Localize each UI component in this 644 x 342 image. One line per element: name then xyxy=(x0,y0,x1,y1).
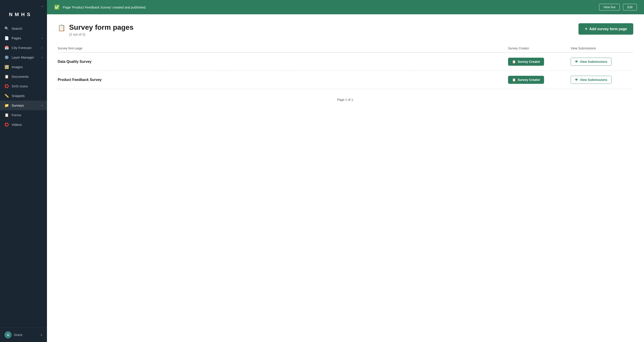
sidebar-item-surveys-label: Surveys xyxy=(12,104,24,107)
sidebar: N M H S ← 🔍 Search 📄 Pages › 📅 City Fore… xyxy=(0,0,47,342)
sidebar-item-pages[interactable]: 📄 Pages › xyxy=(0,33,47,43)
sidebar-item-svg-icons-label: SVG Icons xyxy=(12,84,28,88)
notification-message: Page 'Product Feedback Survey' created a… xyxy=(63,5,596,9)
sidebar-item-city-forecast-label: City Forecast xyxy=(12,46,31,50)
sidebar-user-name: Grace xyxy=(14,333,38,337)
table-row: Data Quality Survey 📋 Survey Creator 👁 V… xyxy=(58,53,633,71)
notification-bar: ✅ Page 'Product Feedback Survey' created… xyxy=(47,0,644,14)
survey-creator-label-2: Survey Creator xyxy=(518,78,540,82)
sidebar-item-videos[interactable]: ⭕ Videos xyxy=(0,120,47,130)
page-title-icon: 📋 xyxy=(58,24,66,32)
chevron-right-icon: › xyxy=(42,46,42,50)
pages-icon: 📄 xyxy=(4,36,9,40)
logo: N M H S xyxy=(4,5,35,22)
sidebar-item-surveys[interactable]: 📁 Surveys › xyxy=(0,100,47,110)
survey-creator-cell-2: 📋 Survey Creator xyxy=(508,76,571,84)
col-view-submissions: View Submissions xyxy=(571,46,633,50)
avatar: G xyxy=(4,331,12,338)
sidebar-item-pages-label: Pages xyxy=(12,36,21,40)
edit-button[interactable]: Edit xyxy=(623,4,637,10)
forms-icon: 📋 xyxy=(4,113,9,117)
sidebar-nav: 🔍 Search 📄 Pages › 📅 City Forecast › ⚙️ … xyxy=(0,24,47,328)
eye-icon: 👁 xyxy=(575,78,578,82)
sidebar-item-images-label: Images xyxy=(12,65,22,69)
sidebar-item-search[interactable]: 🔍 Search xyxy=(0,24,47,33)
main-area: ✅ Page 'Product Feedback Survey' created… xyxy=(47,0,644,342)
sidebar-item-search-label: Search xyxy=(12,26,22,30)
sidebar-item-forms-label: Forms xyxy=(12,113,21,117)
surveys-icon: 📁 xyxy=(4,103,9,108)
sidebar-item-documents-label: Documents xyxy=(12,75,28,78)
page-header: 📋 Survey form pages (2 out of 2) + Add s… xyxy=(58,23,633,36)
sidebar-footer[interactable]: G Grace ∧ xyxy=(0,328,47,342)
col-survey-form-page: Survey form page xyxy=(58,46,508,50)
page-subtitle: (2 out of 2) xyxy=(69,32,134,36)
sidebar-item-city-forecast[interactable]: 📅 City Forecast › xyxy=(0,43,47,52)
check-icon: ✅ xyxy=(54,4,60,10)
view-submissions-cell-1: 👁 View Submissions xyxy=(571,58,633,66)
eye-icon: 👁 xyxy=(575,60,578,64)
survey-table: Survey form page Survey Creator View Sub… xyxy=(58,44,633,102)
pagination: Page 1 of 1. xyxy=(58,98,633,102)
sidebar-item-svg-icons[interactable]: ⭕ SVG Icons xyxy=(0,81,47,91)
videos-icon: ⭕ xyxy=(4,122,9,127)
table-row: Product Feedback Survey 📋 Survey Creator… xyxy=(58,71,633,89)
plus-icon: + xyxy=(585,26,588,32)
clipboard-icon: 📋 xyxy=(512,78,516,82)
chevron-up-icon: ∧ xyxy=(40,333,42,336)
documents-icon: 📋 xyxy=(4,74,9,79)
sidebar-item-snippets-label: Snippets xyxy=(12,94,24,98)
col-survey-creator: Survey Creator xyxy=(508,46,571,50)
city-forecast-icon: 📅 xyxy=(4,46,9,50)
sidebar-item-videos-label: Videos xyxy=(12,123,22,126)
survey-name-data-quality: Data Quality Survey xyxy=(58,60,508,64)
survey-creator-label-1: Survey Creator xyxy=(518,60,540,64)
sidebar-item-forms[interactable]: 📋 Forms xyxy=(0,110,47,120)
view-submissions-label-1: View Submissions xyxy=(580,60,607,64)
svg-icons-icon: ⭕ xyxy=(4,84,9,88)
add-survey-form-page-button[interactable]: + Add survey form page xyxy=(578,23,633,35)
view-submissions-button-1[interactable]: 👁 View Submissions xyxy=(571,58,612,66)
page-title-group: 📋 Survey form pages (2 out of 2) xyxy=(58,23,134,36)
sidebar-item-images[interactable]: 🖼️ Images xyxy=(0,62,47,72)
pagination-text: Page 1 of 1. xyxy=(337,98,354,102)
clipboard-icon: 📋 xyxy=(512,60,516,64)
survey-creator-button-2[interactable]: 📋 Survey Creator xyxy=(508,76,544,84)
survey-creator-button-1[interactable]: 📋 Survey Creator xyxy=(508,58,544,66)
sidebar-item-layer-manager-label: Layer Manager xyxy=(12,56,34,59)
content-area: 📋 Survey form pages (2 out of 2) + Add s… xyxy=(47,14,644,342)
sidebar-item-documents[interactable]: 📋 Documents xyxy=(0,72,47,81)
table-header: Survey form page Survey Creator View Sub… xyxy=(58,44,633,53)
collapse-button[interactable]: ← xyxy=(41,4,45,9)
view-live-button[interactable]: View live xyxy=(599,4,620,10)
sidebar-item-snippets[interactable]: ✏️ Snippets xyxy=(0,91,47,100)
chevron-right-icon: › xyxy=(42,104,42,107)
snippets-icon: ✏️ xyxy=(4,94,9,98)
view-submissions-label-2: View Submissions xyxy=(580,78,607,82)
chevron-right-icon: › xyxy=(42,37,42,40)
view-submissions-button-2[interactable]: 👁 View Submissions xyxy=(571,76,612,84)
view-submissions-cell-2: 👁 View Submissions xyxy=(571,76,633,84)
chevron-right-icon: › xyxy=(42,56,42,59)
sidebar-item-layer-manager[interactable]: ⚙️ Layer Manager › xyxy=(0,52,47,62)
images-icon: 🖼️ xyxy=(4,65,9,69)
survey-name-product-feedback: Product Feedback Survey xyxy=(58,78,508,82)
add-button-label: Add survey form page xyxy=(589,27,627,31)
page-title: Survey form pages xyxy=(69,23,134,32)
layer-manager-icon: ⚙️ xyxy=(4,55,9,60)
search-icon: 🔍 xyxy=(4,26,9,30)
survey-creator-cell-1: 📋 Survey Creator xyxy=(508,58,571,66)
page-title-text-group: Survey form pages (2 out of 2) xyxy=(69,23,134,36)
